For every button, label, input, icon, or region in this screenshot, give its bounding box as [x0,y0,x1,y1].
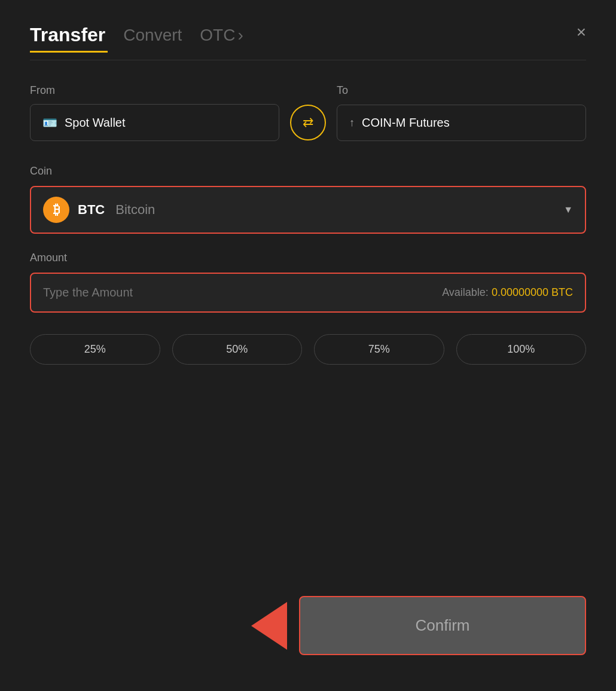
amount-section: Amount Available: 0.00000000 BTC [30,252,586,313]
btc-symbol-icon: ₿ [53,202,60,218]
pct-button[interactable]: 75% [314,334,444,365]
to-wallet-box[interactable]: ↑ COIN-M Futures [337,105,586,141]
amount-input[interactable] [43,286,442,299]
from-label: From [30,84,279,97]
futures-icon: ↑ [349,117,355,129]
swap-icon: ⇄ [303,115,313,130]
chevron-down-icon: ▼ [563,204,573,215]
available-text: Available: 0.00000000 BTC [442,286,573,299]
coin-symbol: BTC [78,202,105,218]
to-label: To [337,84,586,97]
wallet-card-icon: 🪪 [42,115,57,130]
tab-underline [30,51,108,53]
header-divider [30,60,586,60]
pct-row: 25%50%75%100% [30,334,586,365]
from-wallet-name: Spot Wallet [65,116,126,130]
from-wallet-box[interactable]: 🪪 Spot Wallet [30,104,279,141]
amount-box: Available: 0.00000000 BTC [30,273,586,313]
coin-full-name: Bitcoin [115,202,155,218]
confirm-row: Confirm [30,596,586,655]
confirm-button[interactable]: Confirm [299,596,586,655]
tab-convert[interactable]: Convert [123,26,182,45]
header: Transfer Convert OTC › × [30,24,586,46]
coin-label: Coin [30,165,586,178]
from-to-row: 🪪 Spot Wallet ⇄ ↑ COIN-M Futures [30,104,586,141]
coin-selector[interactable]: ₿ BTC Bitcoin ▼ [30,186,586,234]
to-wallet-name: COIN-M Futures [362,116,450,130]
pct-button[interactable]: 100% [456,334,587,365]
close-button[interactable]: × [577,24,586,41]
available-amount: 0.00000000 BTC [492,286,573,298]
tab-otc[interactable]: OTC › [200,26,243,45]
tab-transfer[interactable]: Transfer [30,24,105,46]
btc-icon: ₿ [43,197,69,223]
coin-section: Coin ₿ BTC Bitcoin ▼ [30,165,586,234]
swap-spacer [279,84,337,97]
swap-button[interactable]: ⇄ [290,105,326,140]
pct-button[interactable]: 50% [172,334,303,365]
amount-label: Amount [30,252,586,264]
pct-button[interactable]: 25% [30,334,160,365]
arrow-indicator [251,602,287,650]
transfer-modal: Transfer Convert OTC › × From To 🪪 Spot … [0,0,616,691]
from-to-labels: From To [30,84,586,97]
